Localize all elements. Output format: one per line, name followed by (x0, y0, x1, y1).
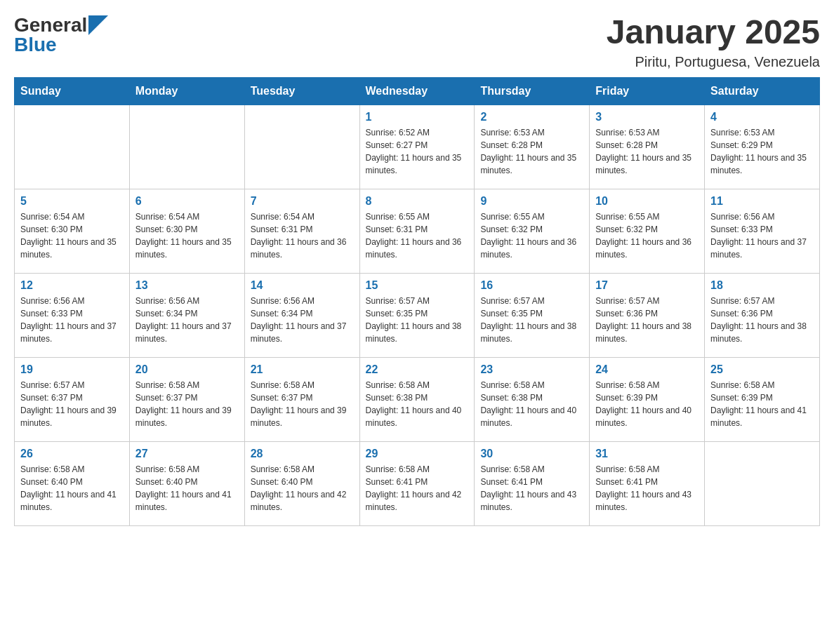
day-info: Sunrise: 6:54 AM Sunset: 6:30 PM Dayligh… (135, 210, 239, 261)
calendar-week-row: 26Sunrise: 6:58 AM Sunset: 6:40 PM Dayli… (15, 441, 820, 525)
calendar-cell (129, 105, 244, 189)
day-of-week-header: Friday (590, 77, 705, 105)
day-number: 3 (595, 111, 699, 123)
calendar-cell: 1Sunrise: 6:52 AM Sunset: 6:27 PM Daylig… (359, 105, 475, 189)
day-number: 22 (366, 363, 469, 376)
day-info: Sunrise: 6:56 AM Sunset: 6:34 PM Dayligh… (135, 295, 239, 345)
day-number: 6 (135, 195, 239, 208)
day-info: Sunrise: 6:58 AM Sunset: 6:41 PM Dayligh… (366, 463, 469, 514)
calendar-cell: 15Sunrise: 6:57 AM Sunset: 6:35 PM Dayli… (359, 273, 475, 357)
day-info: Sunrise: 6:57 AM Sunset: 6:35 PM Dayligh… (480, 295, 583, 345)
calendar-cell: 2Sunrise: 6:53 AM Sunset: 6:28 PM Daylig… (475, 105, 590, 189)
day-number: 17 (595, 279, 699, 292)
calendar-cell: 28Sunrise: 6:58 AM Sunset: 6:40 PM Dayli… (244, 441, 359, 525)
day-info: Sunrise: 6:58 AM Sunset: 6:39 PM Dayligh… (710, 379, 814, 429)
calendar-cell: 24Sunrise: 6:58 AM Sunset: 6:39 PM Dayli… (590, 357, 705, 441)
day-info: Sunrise: 6:55 AM Sunset: 6:32 PM Dayligh… (595, 210, 699, 261)
day-info: Sunrise: 6:58 AM Sunset: 6:39 PM Dayligh… (595, 379, 699, 429)
day-info: Sunrise: 6:58 AM Sunset: 6:38 PM Dayligh… (366, 379, 469, 429)
day-number: 10 (595, 195, 699, 208)
calendar-cell: 8Sunrise: 6:55 AM Sunset: 6:31 PM Daylig… (359, 189, 475, 273)
day-number: 4 (710, 111, 814, 123)
calendar-cell (15, 105, 130, 189)
day-number: 14 (251, 279, 354, 292)
day-number: 12 (20, 279, 124, 292)
day-of-week-header: Sunday (15, 77, 130, 105)
day-of-week-header: Thursday (475, 77, 590, 105)
day-number: 5 (20, 195, 124, 208)
day-number: 20 (135, 363, 239, 376)
calendar-cell: 5Sunrise: 6:54 AM Sunset: 6:30 PM Daylig… (15, 189, 130, 273)
day-number: 16 (480, 279, 583, 292)
calendar-cell: 29Sunrise: 6:58 AM Sunset: 6:41 PM Dayli… (359, 441, 475, 525)
calendar-cell: 12Sunrise: 6:56 AM Sunset: 6:33 PM Dayli… (15, 273, 130, 357)
day-number: 15 (366, 279, 469, 292)
day-of-week-header: Wednesday (359, 77, 475, 105)
calendar-cell: 14Sunrise: 6:56 AM Sunset: 6:34 PM Dayli… (244, 273, 359, 357)
calendar-cell: 23Sunrise: 6:58 AM Sunset: 6:38 PM Dayli… (475, 357, 590, 441)
day-of-week-header: Saturday (705, 77, 820, 105)
day-info: Sunrise: 6:58 AM Sunset: 6:37 PM Dayligh… (251, 379, 354, 429)
logo-blue-text: Blue (14, 34, 57, 56)
day-number: 23 (480, 363, 583, 376)
day-number: 24 (595, 363, 699, 376)
day-info: Sunrise: 6:58 AM Sunset: 6:37 PM Dayligh… (135, 379, 239, 429)
day-number: 31 (595, 448, 699, 460)
calendar-cell: 20Sunrise: 6:58 AM Sunset: 6:37 PM Dayli… (129, 357, 244, 441)
calendar-cell: 31Sunrise: 6:58 AM Sunset: 6:41 PM Dayli… (590, 441, 705, 525)
day-info: Sunrise: 6:52 AM Sunset: 6:27 PM Dayligh… (366, 126, 469, 177)
calendar-cell: 25Sunrise: 6:58 AM Sunset: 6:39 PM Dayli… (705, 357, 820, 441)
calendar-cell: 27Sunrise: 6:58 AM Sunset: 6:40 PM Dayli… (129, 441, 244, 525)
day-info: Sunrise: 6:58 AM Sunset: 6:38 PM Dayligh… (480, 379, 583, 429)
calendar-cell: 19Sunrise: 6:57 AM Sunset: 6:37 PM Dayli… (15, 357, 130, 441)
day-number: 1 (366, 111, 469, 123)
day-number: 11 (710, 195, 814, 208)
calendar-cell: 4Sunrise: 6:53 AM Sunset: 6:29 PM Daylig… (705, 105, 820, 189)
calendar-cell: 9Sunrise: 6:55 AM Sunset: 6:32 PM Daylig… (475, 189, 590, 273)
calendar-cell: 22Sunrise: 6:58 AM Sunset: 6:38 PM Dayli… (359, 357, 475, 441)
calendar-cell: 6Sunrise: 6:54 AM Sunset: 6:30 PM Daylig… (129, 189, 244, 273)
day-number: 27 (135, 448, 239, 460)
calendar-cell: 10Sunrise: 6:55 AM Sunset: 6:32 PM Dayli… (590, 189, 705, 273)
day-info: Sunrise: 6:53 AM Sunset: 6:28 PM Dayligh… (595, 126, 699, 177)
day-info: Sunrise: 6:55 AM Sunset: 6:31 PM Dayligh… (366, 210, 469, 261)
calendar-header-row: SundayMondayTuesdayWednesdayThursdayFrid… (15, 77, 820, 105)
page-header: General Blue January 2025 Piritu, Portug… (14, 14, 820, 70)
day-number: 26 (20, 448, 124, 460)
calendar-cell: 11Sunrise: 6:56 AM Sunset: 6:33 PM Dayli… (705, 189, 820, 273)
day-info: Sunrise: 6:58 AM Sunset: 6:41 PM Dayligh… (595, 463, 699, 514)
day-info: Sunrise: 6:58 AM Sunset: 6:40 PM Dayligh… (20, 463, 124, 514)
day-info: Sunrise: 6:56 AM Sunset: 6:34 PM Dayligh… (251, 295, 354, 345)
day-number: 8 (366, 195, 469, 208)
logo-triangle-icon (88, 15, 108, 35)
day-info: Sunrise: 6:58 AM Sunset: 6:40 PM Dayligh… (135, 463, 239, 514)
calendar-subtitle: Piritu, Portuguesa, Venezuela (607, 54, 820, 70)
calendar-cell: 21Sunrise: 6:58 AM Sunset: 6:37 PM Dayli… (244, 357, 359, 441)
day-info: Sunrise: 6:57 AM Sunset: 6:36 PM Dayligh… (710, 295, 814, 345)
calendar-cell: 17Sunrise: 6:57 AM Sunset: 6:36 PM Dayli… (590, 273, 705, 357)
day-number: 29 (366, 448, 469, 460)
day-number: 21 (251, 363, 354, 376)
svg-marker-0 (88, 15, 108, 35)
day-info: Sunrise: 6:56 AM Sunset: 6:33 PM Dayligh… (710, 210, 814, 261)
day-of-week-header: Tuesday (244, 77, 359, 105)
day-number: 19 (20, 363, 124, 376)
calendar-cell: 7Sunrise: 6:54 AM Sunset: 6:31 PM Daylig… (244, 189, 359, 273)
day-info: Sunrise: 6:57 AM Sunset: 6:35 PM Dayligh… (366, 295, 469, 345)
day-info: Sunrise: 6:54 AM Sunset: 6:30 PM Dayligh… (20, 210, 124, 261)
day-number: 28 (251, 448, 354, 460)
day-number: 13 (135, 279, 239, 292)
title-area: January 2025 Piritu, Portuguesa, Venezue… (607, 14, 820, 70)
day-info: Sunrise: 6:56 AM Sunset: 6:33 PM Dayligh… (20, 295, 124, 345)
calendar-cell: 13Sunrise: 6:56 AM Sunset: 6:34 PM Dayli… (129, 273, 244, 357)
day-info: Sunrise: 6:55 AM Sunset: 6:32 PM Dayligh… (480, 210, 583, 261)
day-info: Sunrise: 6:54 AM Sunset: 6:31 PM Dayligh… (251, 210, 354, 261)
calendar-week-row: 1Sunrise: 6:52 AM Sunset: 6:27 PM Daylig… (15, 105, 820, 189)
calendar-cell (244, 105, 359, 189)
day-info: Sunrise: 6:58 AM Sunset: 6:41 PM Dayligh… (480, 463, 583, 514)
calendar-cell: 16Sunrise: 6:57 AM Sunset: 6:35 PM Dayli… (475, 273, 590, 357)
day-info: Sunrise: 6:57 AM Sunset: 6:36 PM Dayligh… (595, 295, 699, 345)
day-number: 25 (710, 363, 814, 376)
day-number: 7 (251, 195, 354, 208)
calendar-cell (705, 441, 820, 525)
